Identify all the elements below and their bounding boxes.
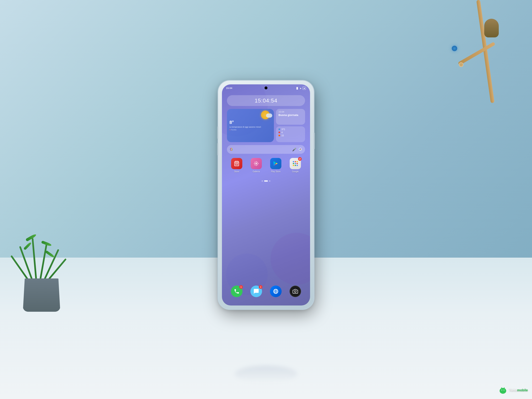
signal-icon: ▐▌ xyxy=(296,87,299,89)
stats-widget[interactable]: 371 4 15 xyxy=(276,126,305,142)
wallpaper-blob-2 xyxy=(271,233,310,285)
phone-reflection xyxy=(235,366,297,382)
front-camera xyxy=(265,86,267,89)
dock-camera[interactable] xyxy=(290,285,301,297)
power-button[interactable] xyxy=(314,133,315,149)
google-apps-icon: 17 xyxy=(290,158,301,169)
greeting-time: 15:04 xyxy=(279,111,303,113)
greeting-message: Buona giornata xyxy=(279,114,303,117)
svg-rect-16 xyxy=(504,391,505,393)
stat-row-1: 371 xyxy=(279,128,303,131)
volume-down-button[interactable] xyxy=(217,143,218,155)
apps-row: Store Galleria xyxy=(227,158,305,173)
stat-value-1: 371 xyxy=(281,128,285,131)
svg-point-17 xyxy=(501,390,502,391)
svg-point-22 xyxy=(504,387,505,388)
page-dot-1 xyxy=(262,180,263,182)
search-bar[interactable]: G 🎤 xyxy=(227,145,305,154)
svg-point-2 xyxy=(300,148,301,149)
page-dot-3 xyxy=(269,180,270,182)
app-store[interactable]: Store xyxy=(230,158,244,173)
phone-body: 15:04 ▐▌ ▲ ■ 15:04:54 8° Le temperature xyxy=(218,81,314,309)
status-time: 15:04 xyxy=(226,87,232,89)
lamp-decoration xyxy=(407,0,511,166)
dock-messages[interactable]: 1 xyxy=(250,285,262,297)
wifi-icon: ▲ xyxy=(299,87,302,89)
stat-row-3: 15 xyxy=(279,134,303,137)
google-grid xyxy=(293,161,298,166)
weather-temperature: 8° xyxy=(229,120,271,125)
playstore-label: Play Store xyxy=(271,171,280,173)
widgets-row: 8° Le temperature di oggi saranno minori… xyxy=(227,109,305,142)
battery-icon: ■ xyxy=(303,87,306,90)
store-icon xyxy=(231,158,242,169)
svg-point-14 xyxy=(500,388,506,394)
gallery-icon xyxy=(251,158,262,169)
weather-widget[interactable]: 8° Le temperature di oggi saranno minori… xyxy=(227,109,274,142)
svg-point-4 xyxy=(300,149,301,150)
svg-rect-15 xyxy=(500,391,501,393)
stat-row-2: 4 xyxy=(279,131,303,134)
svg-point-18 xyxy=(504,390,504,391)
cloud-icon xyxy=(266,114,272,118)
google-apps-badge: 17 xyxy=(298,157,302,161)
app-playstore[interactable]: Play Store xyxy=(269,158,283,173)
plant-decoration xyxy=(13,208,71,312)
messages-badge: 1 xyxy=(259,285,262,289)
weather-source: ● Favetta xyxy=(229,129,271,131)
microphone-icon[interactable]: 🎤 xyxy=(292,147,296,152)
dock-phone[interactable]: 1 xyxy=(231,285,242,297)
svg-point-3 xyxy=(299,149,300,150)
gallery-label: Galleria xyxy=(253,171,260,173)
status-icons: ▐▌ ▲ ■ xyxy=(296,87,306,90)
dock: 1 1 xyxy=(227,283,305,300)
right-widgets: 15:04 Buona giornata 371 4 xyxy=(276,109,305,142)
svg-point-0 xyxy=(299,148,302,151)
app-google[interactable]: 17 Google xyxy=(288,158,302,173)
greeting-widget[interactable]: 15:04 Buona giornata xyxy=(276,109,305,125)
page-dot-2 xyxy=(264,180,268,182)
playstore-icon xyxy=(270,158,281,169)
app-gallery[interactable]: Galleria xyxy=(249,158,263,173)
phone: 15:04 ▐▌ ▲ ■ 15:04:54 8° Le temperature xyxy=(218,81,314,309)
watermark-text: Tuttomobile xyxy=(509,388,528,392)
camera-icon xyxy=(290,285,301,297)
dock-browser[interactable] xyxy=(270,285,282,297)
stat-dot-2 xyxy=(279,132,280,133)
store-label: Store xyxy=(234,171,239,173)
stat-value-3: 15 xyxy=(281,134,284,137)
stat-dot-3 xyxy=(279,135,280,136)
google-apps-label: Google xyxy=(292,171,299,173)
phone-badge: 1 xyxy=(239,285,243,289)
watermark: Tuttomobile xyxy=(498,386,528,395)
page-indicators xyxy=(262,180,270,182)
browser-icon xyxy=(270,285,282,297)
plant-pot xyxy=(23,279,60,312)
volume-up-button[interactable] xyxy=(217,126,218,139)
lens-icon[interactable] xyxy=(298,147,302,152)
svg-point-13 xyxy=(294,291,296,293)
weather-description: Le temperature di oggi saranno minori xyxy=(229,126,271,128)
svg-point-1 xyxy=(299,148,300,149)
stat-value-2: 4 xyxy=(281,131,283,134)
clock-widget[interactable]: 15:04:54 xyxy=(227,95,305,106)
google-g-logo: G xyxy=(230,147,233,152)
stat-dot-1 xyxy=(279,128,280,130)
svg-point-21 xyxy=(501,387,502,388)
clock-time-display: 15:04:54 xyxy=(254,97,277,104)
phone-screen: 15:04 ▐▌ ▲ ■ 15:04:54 8° Le temperature xyxy=(222,84,310,305)
svg-point-7 xyxy=(256,163,257,164)
android-logo-icon xyxy=(498,386,507,395)
